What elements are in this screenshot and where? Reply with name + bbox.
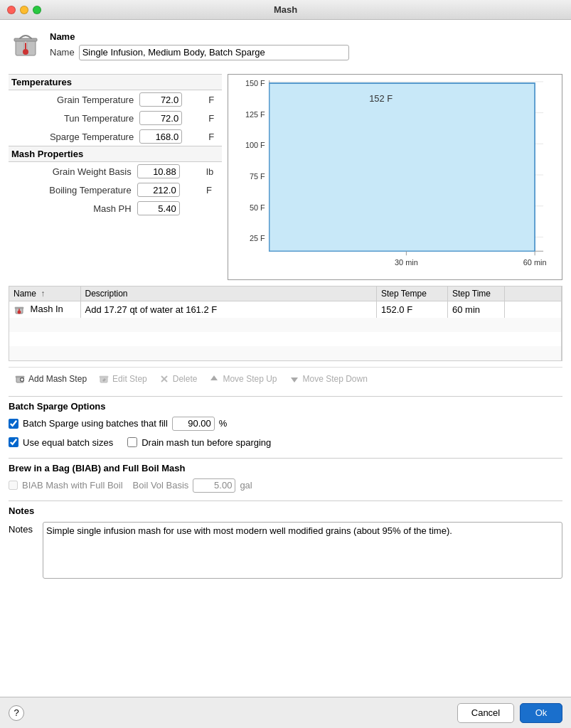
name-heading: Name bbox=[50, 31, 75, 42]
tun-temp-input[interactable] bbox=[139, 111, 182, 125]
sparge-temp-input[interactable] bbox=[139, 129, 182, 144]
delete-icon bbox=[159, 373, 170, 385]
minimize-button[interactable] bbox=[20, 6, 28, 14]
batch-sparge-unit: % bbox=[219, 418, 228, 429]
grain-weight-input[interactable] bbox=[137, 164, 180, 178]
biab-row: BIAB Mash with Full Boil Boil Vol Basis … bbox=[9, 476, 562, 495]
help-button[interactable]: ? bbox=[9, 705, 24, 721]
grain-temp-input[interactable] bbox=[139, 92, 182, 107]
mash-ph-unit bbox=[203, 199, 222, 218]
ok-label: Ok bbox=[535, 707, 548, 718]
mash-chart: 150 F 125 F 100 F 75 F 50 F 25 F bbox=[228, 74, 562, 280]
batch-sparge-value-input[interactable] bbox=[172, 417, 215, 431]
boil-vol-input[interactable] bbox=[193, 478, 235, 493]
name-input[interactable] bbox=[79, 45, 349, 60]
mash-ph-row: Mash PH bbox=[9, 199, 222, 218]
col-extra-header bbox=[505, 287, 562, 301]
grain-weight-unit: lb bbox=[203, 162, 222, 181]
notes-textarea[interactable] bbox=[43, 522, 562, 579]
temperatures-heading: Temperatures bbox=[9, 74, 222, 90]
biab-section: Brew in a Bag (BIAB) and Full Boil Mash … bbox=[9, 458, 562, 495]
maximize-button[interactable] bbox=[33, 6, 41, 14]
svg-text:150 F: 150 F bbox=[245, 79, 265, 87]
move-up-icon bbox=[208, 373, 220, 385]
add-mash-step-label: Add Mash Step bbox=[28, 374, 87, 384]
close-button[interactable] bbox=[7, 6, 16, 14]
add-mash-step-button[interactable]: Add Mash Step bbox=[10, 372, 91, 386]
col-step-time-header[interactable]: Step Time bbox=[448, 287, 505, 301]
delete-button[interactable]: Delete bbox=[154, 372, 202, 386]
svg-rect-31 bbox=[18, 309, 20, 311]
drain-mash-label: Drain mash tun before sparging bbox=[142, 437, 271, 448]
grain-temp-unit: F bbox=[206, 90, 222, 109]
svg-marker-42 bbox=[291, 378, 298, 382]
step-name-cell: Mash In bbox=[9, 301, 80, 318]
toolbar: Add Mash Step Edit Step Delete Move Step… bbox=[9, 367, 562, 390]
drain-mash-row: Drain mash tun before sparging bbox=[127, 435, 271, 450]
col-step-temp-header[interactable]: Step Tempe bbox=[377, 287, 448, 301]
svg-text:75 F: 75 F bbox=[250, 172, 265, 181]
mash-icon bbox=[9, 28, 43, 63]
window-title: Mash bbox=[274, 4, 297, 15]
move-step-up-button[interactable]: Move Step Up bbox=[204, 372, 281, 386]
svg-rect-19 bbox=[270, 83, 535, 251]
mash-ph-input[interactable] bbox=[137, 201, 180, 215]
table-row[interactable]: Mash In Add 17.27 qt of water at 161.2 F… bbox=[9, 301, 562, 318]
step-extra-cell bbox=[505, 301, 562, 318]
boil-vol-label: Boil Vol Basis bbox=[133, 480, 189, 491]
name-section: Name Name bbox=[9, 28, 562, 68]
bucket-add-icon bbox=[14, 373, 26, 385]
grain-temp-label: Grain Temperature bbox=[9, 90, 137, 109]
steps-table: Name ↑ Description Step Tempe Step Time bbox=[9, 287, 562, 360]
left-panel: Temperatures Grain Temperature F Tun Tem… bbox=[9, 74, 222, 280]
move-step-down-label: Move Step Down bbox=[303, 374, 368, 384]
empty-row bbox=[9, 346, 562, 360]
edit-step-button[interactable]: Edit Step bbox=[94, 372, 151, 386]
svg-rect-4 bbox=[25, 43, 26, 50]
step-desc-cell: Add 17.27 qt of water at 161.2 F bbox=[80, 301, 377, 318]
boiling-temp-input[interactable] bbox=[137, 183, 180, 197]
traffic-lights bbox=[7, 6, 41, 14]
batch-sparge-checkbox[interactable] bbox=[9, 419, 18, 429]
svg-text:100 F: 100 F bbox=[245, 141, 265, 149]
empty-row bbox=[9, 332, 562, 346]
ok-button[interactable]: Ok bbox=[520, 703, 562, 723]
temperatures-table: Grain Temperature F Tun Temperature F Sp… bbox=[9, 90, 222, 146]
boiling-temp-label: Boiling Temperature bbox=[9, 181, 134, 199]
tun-temp-row: Tun Temperature F bbox=[9, 109, 222, 127]
equal-batch-label: Use equal batch sizes bbox=[23, 437, 113, 448]
svg-text:25 F: 25 F bbox=[250, 234, 265, 242]
titlebar: Mash bbox=[0, 0, 571, 20]
svg-text:60 min: 60 min bbox=[523, 258, 547, 267]
footer-right: Cancel Ok bbox=[457, 703, 562, 723]
tun-temp-unit: F bbox=[206, 109, 222, 127]
grain-temp-row: Grain Temperature F bbox=[9, 90, 222, 109]
svg-rect-1 bbox=[14, 38, 37, 41]
col-name-header[interactable]: Name ↑ bbox=[9, 287, 80, 301]
col-description-header[interactable]: Description bbox=[80, 287, 377, 301]
equal-batch-checkbox[interactable] bbox=[9, 437, 18, 447]
sparge-temp-row: Sparge Temperature F bbox=[9, 127, 222, 146]
edit-icon bbox=[98, 373, 110, 385]
biab-label: BIAB Mash with Full Boil bbox=[22, 480, 123, 491]
batch-sparge-options-row: Use equal batch sizes Drain mash tun bef… bbox=[9, 433, 562, 452]
drain-mash-checkbox[interactable] bbox=[127, 437, 137, 447]
svg-text:152 F: 152 F bbox=[369, 93, 393, 104]
sparge-temp-unit: F bbox=[206, 127, 222, 146]
equal-batch-row: Use equal batch sizes bbox=[9, 435, 113, 450]
footer: ? Cancel Ok bbox=[0, 697, 571, 728]
biab-checkbox[interactable] bbox=[9, 481, 18, 490]
step-time-cell: 60 min bbox=[448, 301, 505, 318]
delete-label: Delete bbox=[173, 374, 198, 384]
empty-row bbox=[9, 318, 562, 332]
move-step-down-button[interactable]: Move Step Down bbox=[284, 372, 372, 386]
name-fields: Name Name bbox=[50, 31, 349, 60]
cancel-button[interactable]: Cancel bbox=[457, 703, 514, 723]
steps-section: Name ↑ Description Step Tempe Step Time bbox=[9, 286, 562, 361]
batch-sparge-row: Batch Sparge using batches that fill % bbox=[9, 414, 562, 433]
boil-vol-unit: gal bbox=[240, 480, 252, 491]
mash-properties-table: Grain Weight Basis lb Boiling Temperatur… bbox=[9, 162, 222, 218]
notes-row: Notes bbox=[9, 519, 562, 582]
biab-heading: Brew in a Bag (BIAB) and Full Boil Mash bbox=[9, 461, 562, 476]
svg-rect-38 bbox=[100, 376, 108, 378]
